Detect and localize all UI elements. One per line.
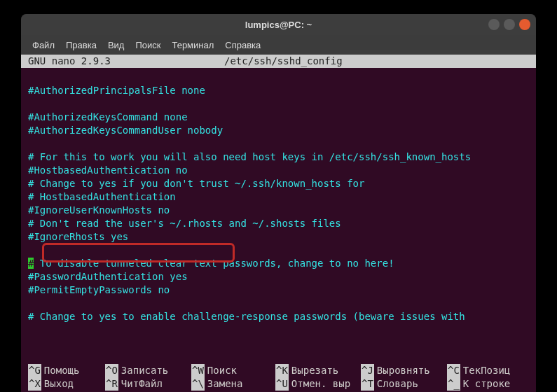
menu-help[interactable]: Справка: [221, 40, 265, 50]
config-line: # For this to work you will also need ho…: [28, 150, 529, 164]
shortcut-label: Замена: [207, 377, 243, 391]
close-button[interactable]: [519, 19, 530, 30]
window-controls: [488, 19, 530, 30]
shortcut-label: Помощь: [44, 364, 80, 377]
shortcut-cut: ^KВырезать: [275, 364, 361, 377]
shortcut-row: ^XВыход ^RЧитФайл ^\Замена ^UОтмен. выр …: [28, 377, 529, 391]
nano-header-bar: GNU nano 2.9.3 /etc/ssh/sshd_config: [21, 55, 536, 68]
shortcut-label: Словарь: [377, 377, 418, 391]
shortcut-uncut: ^UОтмен. выр: [275, 377, 361, 391]
menu-terminal[interactable]: Терминал: [167, 40, 218, 50]
menu-file[interactable]: Файл: [28, 40, 59, 50]
config-text: To disable tunneled clear text passwords…: [34, 258, 394, 269]
menu-edit[interactable]: Правка: [62, 40, 101, 50]
config-line: #AuthorizedKeysCommand none: [28, 111, 529, 124]
shortcut-key: ^T: [361, 377, 374, 391]
shortcut-key: ^X: [28, 377, 41, 391]
config-line: [28, 137, 529, 150]
shortcut-replace: ^\Замена: [191, 377, 275, 391]
config-line: # To disable tunneled clear text passwor…: [28, 257, 529, 270]
shortcut-label: Выровнять: [377, 364, 430, 377]
config-line: [28, 97, 529, 111]
config-line: #IgnoreUserKnownHosts no: [28, 204, 529, 217]
shortcut-key: ^K: [275, 364, 289, 377]
shortcut-exit: ^XВыход: [28, 377, 105, 391]
shortcut-spell: ^TСловарь: [361, 377, 447, 391]
config-line: [28, 297, 529, 310]
shortcut-key: ^O: [105, 364, 118, 377]
config-line: # Change to yes to enable challenge-resp…: [28, 310, 529, 323]
config-line: #IgnoreRhosts yes: [28, 230, 529, 244]
minimize-button[interactable]: [488, 19, 500, 30]
shortcut-gotoline: ^_К строке: [447, 377, 524, 391]
config-line: [28, 71, 529, 84]
config-line: #HostbasedAuthentication no: [28, 164, 529, 177]
shortcut-writeout: ^OЗаписать: [105, 364, 191, 377]
config-line: #AuthorizedKeysCommandUser nobody: [28, 124, 529, 137]
menu-search[interactable]: Поиск: [131, 40, 165, 50]
shortcut-label: ЧитФайл: [121, 377, 163, 391]
shortcut-search: ^WПоиск: [191, 364, 275, 377]
shortcut-label: Записать: [121, 364, 168, 377]
shortcut-key: ^G: [28, 364, 41, 377]
terminal-window: lumpics@PC: ~ Файл Правка Вид Поиск Терм…: [21, 14, 536, 392]
terminal-area[interactable]: GNU nano 2.9.3 /etc/ssh/sshd_config #Aut…: [21, 55, 536, 392]
shortcut-key: ^\: [191, 377, 205, 391]
shortcut-key: ^U: [275, 377, 289, 391]
shortcut-justify: ^JВыровнять: [361, 364, 447, 377]
shortcut-readfile: ^RЧитФайл: [105, 377, 191, 391]
shortcut-key: ^R: [105, 377, 118, 391]
config-line: # Don't read the user's ~/.rhosts and ~/…: [28, 217, 529, 230]
nano-filename: /etc/ssh/sshd_config: [224, 55, 343, 68]
shortcut-key: ^C: [447, 364, 460, 377]
shortcut-row: ^GПомощь ^OЗаписать ^WПоиск ^KВырезать ^…: [28, 364, 529, 377]
nano-version: GNU nano 2.9.3: [28, 55, 224, 68]
config-line: [28, 244, 529, 257]
config-line-password-auth: #PasswordAuthentication yes: [28, 270, 529, 284]
shortcut-curpos: ^CТекПозиц: [447, 364, 524, 377]
shortcut-label: Отмен. выр: [291, 377, 350, 391]
menu-view[interactable]: Вид: [104, 40, 129, 50]
config-line: #PermitEmptyPasswords no: [28, 284, 529, 297]
config-line: #AuthorizedPrincipalsFile none: [28, 84, 529, 97]
shortcut-key: ^_: [447, 377, 460, 391]
shortcut-label: К строке: [463, 377, 510, 391]
menu-bar: Файл Правка Вид Поиск Терминал Справка: [21, 35, 536, 55]
editor-content[interactable]: #AuthorizedPrincipalsFile none #Authoriz…: [21, 68, 536, 323]
shortcut-label: Вырезать: [291, 364, 338, 377]
shortcut-label: ТекПозиц: [463, 364, 510, 377]
config-line: # Change to yes if you don't trust ~/.ss…: [28, 177, 529, 190]
window-titlebar: lumpics@PC: ~: [21, 14, 536, 35]
shortcut-label: Выход: [44, 377, 74, 391]
shortcut-label: Поиск: [207, 364, 237, 377]
shortcut-key: ^J: [361, 364, 374, 377]
window-title: lumpics@PC: ~: [245, 20, 312, 30]
config-line: # HostbasedAuthentication: [28, 190, 529, 204]
nano-shortcuts: ^GПомощь ^OЗаписать ^WПоиск ^KВырезать ^…: [21, 364, 536, 392]
maximize-button[interactable]: [504, 19, 515, 30]
shortcut-help: ^GПомощь: [28, 364, 105, 377]
shortcut-key: ^W: [191, 364, 205, 377]
